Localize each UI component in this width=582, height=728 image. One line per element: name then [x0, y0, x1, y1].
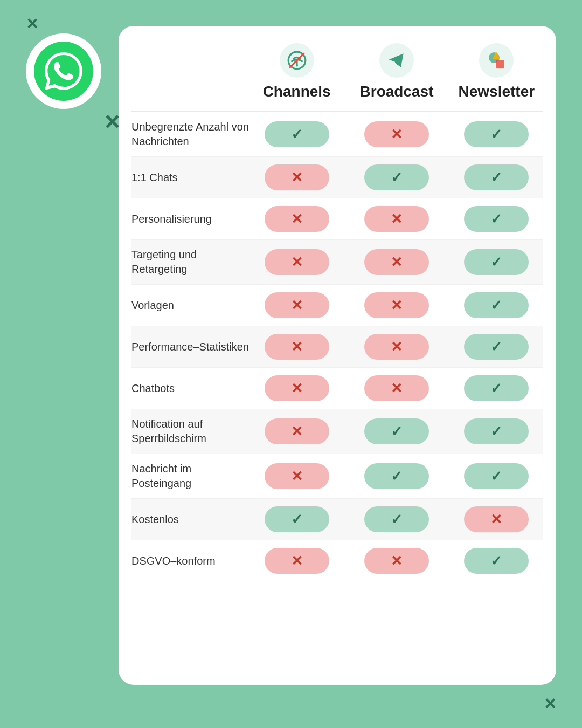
cell-1 [350, 548, 443, 574]
table-row: Kostenlos [131, 499, 543, 540]
cross-badge [265, 463, 329, 489]
cell-1 [350, 418, 443, 444]
check-icon [291, 511, 303, 528]
cross-icon [291, 380, 303, 397]
check-badge [265, 121, 329, 147]
row-label: Kostenlos [131, 512, 250, 527]
cell-0 [250, 121, 343, 147]
cross-icon [391, 380, 403, 397]
cell-2 [450, 292, 543, 318]
cell-1 [350, 375, 443, 401]
cross-badge [265, 206, 329, 232]
cell-2 [450, 206, 543, 232]
check-icon [391, 511, 403, 528]
cell-2 [450, 463, 543, 489]
table-body: Unbegrenzte Anzahl von Nachrichten1:1 Ch… [119, 112, 556, 581]
table-row: Performance–Statistiken [131, 326, 543, 368]
cell-0 [250, 418, 343, 444]
check-badge [464, 249, 529, 275]
cell-0 [250, 249, 343, 275]
cell-2 [450, 334, 543, 360]
cell-0 [250, 164, 343, 190]
cross-badge [265, 548, 329, 574]
check-badge [464, 164, 529, 190]
check-badge [464, 334, 529, 360]
cross-badge [364, 292, 429, 318]
row-label: Targeting und Retargeting [131, 248, 250, 277]
cell-2 [450, 506, 543, 532]
table-row: Unbegrenzte Anzahl von Nachrichten [131, 112, 543, 157]
cell-1 [350, 506, 443, 532]
check-badge [364, 463, 429, 489]
cell-1 [350, 164, 443, 190]
cell-1 [350, 206, 443, 232]
cross-icon [391, 254, 403, 271]
cross-badge [265, 418, 329, 444]
table-row: Notification auf Sperrbildschirm [131, 409, 543, 454]
cross-badge [364, 334, 429, 360]
comparison-card: Channels Broadcast [119, 26, 556, 685]
cross-icon [490, 511, 502, 528]
cross-badge [364, 548, 429, 574]
cross-icon [291, 297, 303, 314]
check-badge [464, 121, 529, 147]
cross-icon [391, 126, 403, 143]
cross-icon [391, 553, 403, 569]
broadcast-icon [379, 43, 414, 78]
check-icon [490, 126, 502, 143]
newsletter-label: Newsletter [459, 83, 535, 100]
close-icon-topleft[interactable]: ✕ [26, 15, 38, 33]
row-label: 1:1 Chats [131, 170, 250, 185]
cross-icon [391, 211, 403, 228]
cell-1 [350, 334, 443, 360]
row-label: DSGVO–konform [131, 554, 250, 568]
check-icon [490, 380, 502, 397]
cross-icon [391, 339, 403, 355]
table-row: 1:1 Chats [131, 157, 543, 198]
check-badge [364, 164, 429, 190]
table-row: Vorlagen [131, 285, 543, 326]
row-label: Personalisierung [131, 212, 250, 226]
row-label: Performance–Statistiken [131, 340, 250, 354]
check-badge [464, 418, 529, 444]
cross-badge [364, 121, 429, 147]
cross-icon [291, 339, 303, 355]
cross-icon [291, 211, 303, 228]
cell-0 [250, 375, 343, 401]
cell-1 [350, 292, 443, 318]
cell-0 [250, 506, 343, 532]
cell-2 [450, 418, 543, 444]
check-badge [265, 506, 329, 532]
row-label: Notification auf Sperrbildschirm [131, 417, 250, 446]
whatsapp-logo [26, 33, 101, 109]
cross-badge [364, 375, 429, 401]
check-icon [490, 169, 502, 186]
cell-2 [450, 375, 543, 401]
cell-2 [450, 548, 543, 574]
cell-0 [250, 463, 343, 489]
check-badge [464, 292, 529, 318]
row-label: Unbegrenzte Anzahl von Nachrichten [131, 120, 250, 149]
check-icon [490, 423, 502, 440]
check-icon [490, 297, 502, 314]
row-label: Chatbots [131, 381, 250, 396]
svg-rect-5 [496, 60, 504, 68]
broadcast-label: Broadcast [360, 83, 434, 100]
close-icon-bottomright[interactable]: ✕ [544, 695, 556, 713]
cross-icon [291, 423, 303, 440]
cross-icon [291, 553, 303, 569]
svg-point-2 [296, 65, 298, 67]
check-icon [291, 126, 303, 143]
cell-0 [250, 334, 343, 360]
check-badge [464, 206, 529, 232]
check-icon [490, 254, 502, 271]
check-badge [364, 418, 429, 444]
row-label: Nachricht im Posteingang [131, 462, 250, 491]
cell-2 [450, 249, 543, 275]
check-icon [490, 553, 502, 569]
cell-0 [250, 292, 343, 318]
cell-0 [250, 548, 343, 574]
cell-1 [350, 249, 443, 275]
check-icon [490, 211, 502, 228]
row-label: Vorlagen [131, 298, 250, 313]
